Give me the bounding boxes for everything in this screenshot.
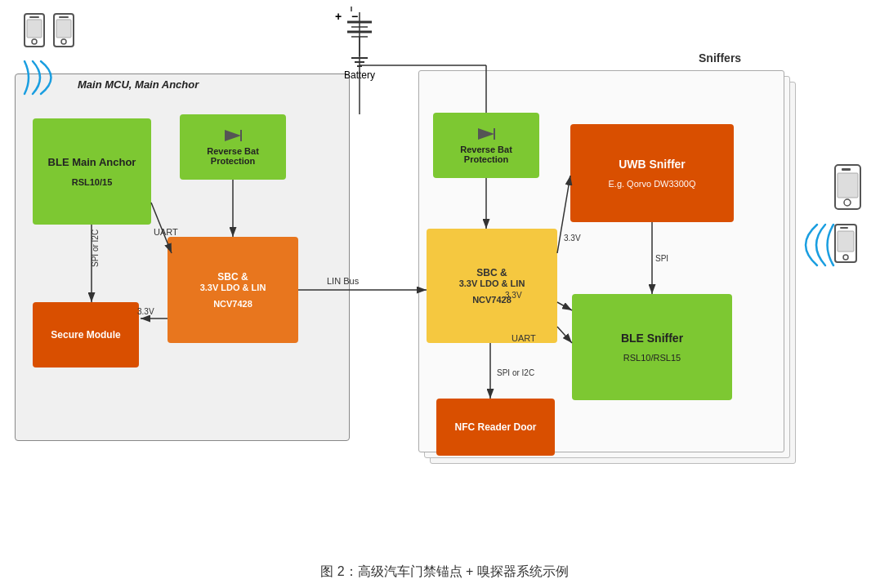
signal-waves-right <box>784 208 842 274</box>
svg-rect-5 <box>59 16 69 18</box>
svg-point-22 <box>844 199 851 206</box>
signal-waves-left <box>16 53 82 102</box>
sbc1-line1: SBC & <box>217 271 248 283</box>
reverse-bat-2-block: Reverse Bat Protection <box>433 113 539 178</box>
svg-point-6 <box>61 39 66 44</box>
battery-area: + − Battery <box>343 11 376 81</box>
plus-sign: + <box>335 10 342 23</box>
nfc-reader-block: NFC Reader Door <box>436 399 555 456</box>
svg-marker-16 <box>225 130 241 141</box>
svg-rect-1 <box>29 16 39 18</box>
svg-marker-18 <box>478 128 494 140</box>
main-mcu-label: Main MCU, Main Anchor <box>78 78 199 91</box>
ble-sniffer-title: BLE Sniffer <box>621 332 683 345</box>
ble-sniffer-block: BLE Sniffer RSL10/RSL15 <box>572 294 732 400</box>
svg-point-2 <box>32 39 37 44</box>
secure-module-block: Secure Module <box>33 302 139 368</box>
uwb-title: UWB Sniffer <box>619 158 686 171</box>
uwb-subtitle: E.g. Qorvo DW3300Q <box>609 179 696 189</box>
phone-group-left <box>23 12 75 48</box>
phone-icon-2 <box>52 12 75 48</box>
svg-rect-21 <box>842 168 851 171</box>
caption: 图 2：高级汽车门禁锚点 + 嗅探器系统示例 <box>0 555 889 588</box>
uwb-sniffer-block: UWB Sniffer E.g. Qorvo DW3300Q <box>570 124 734 222</box>
minus-sign: − <box>351 10 358 23</box>
sbc2-line1: SBC & <box>476 267 507 278</box>
diode-symbol-2 <box>474 127 498 141</box>
ble-main-anchor-title: BLE Main Anchor <box>48 156 136 170</box>
diode-symbol-1 <box>221 128 245 143</box>
svg-rect-23 <box>838 173 858 198</box>
sbc-ldo-lin-1-block: SBC & 3.3V LDO & LIN NCV7428 <box>168 237 298 343</box>
svg-rect-7 <box>56 20 71 38</box>
ble-sniffer-subtitle: RSL10/RSL15 <box>623 353 681 363</box>
sniffers-label: Sniffers <box>699 51 741 65</box>
battery-label: Battery <box>343 69 376 81</box>
svg-rect-3 <box>27 20 42 38</box>
phone-icon-right-1 <box>833 163 862 211</box>
sbc2-line2: 3.3V LDO & LIN <box>459 278 525 288</box>
sbc-ldo-lin-2-block: SBC & 3.3V LDO & LIN NCV7428 <box>427 229 557 343</box>
sbc1-line3: NCV7428 <box>213 299 252 309</box>
reverse-bat-1-block: Reverse Bat Protection <box>180 114 286 180</box>
sbc1-line2: 3.3V LDO & LIN <box>200 283 266 292</box>
ble-main-anchor-block: BLE Main Anchor RSL10/15 <box>33 118 151 225</box>
svg-point-26 <box>843 255 848 260</box>
ble-main-anchor-subtitle: RSL10/15 <box>72 177 113 187</box>
battery-symbol <box>343 16 376 73</box>
diagram-container: Main MCU, Main Anchor Sniffers + − <box>0 0 889 555</box>
sbc2-line3: NCV7428 <box>472 295 512 305</box>
phone-icon-1 <box>23 12 46 48</box>
